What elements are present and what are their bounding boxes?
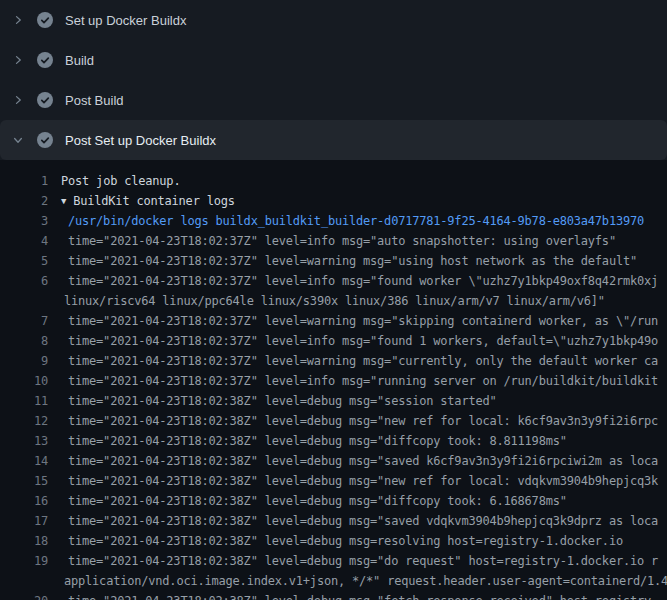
log-line-text: time="2021-04-23T18:02:38Z" level=debug … <box>48 451 667 471</box>
step-row[interactable]: Post Build <box>0 80 667 120</box>
actions-log-viewer: Set up Docker Buildx Build P <box>0 0 667 600</box>
log-area: 1 Post job cleanup. 2 ▼BuildKit containe… <box>0 160 667 600</box>
log-line-number[interactable] <box>0 571 48 591</box>
log-line: 19 time="2021-04-23T18:02:38Z" level=deb… <box>0 551 667 571</box>
log-line-content: application/vnd.oci.image.index.v1+json,… <box>64 574 667 588</box>
log-line-number[interactable]: 20 <box>0 591 48 600</box>
log-line: application/vnd.oci.image.index.v1+json,… <box>0 571 667 591</box>
log-line: 10 time="2021-04-23T18:02:37Z" level=inf… <box>0 371 667 391</box>
step-row[interactable]: Build <box>0 40 667 80</box>
step-row[interactable]: Post Set up Docker Buildx <box>0 120 667 160</box>
log-line-content: time="2021-04-23T18:02:38Z" level=debug … <box>68 554 658 568</box>
log-line-number[interactable]: 8 <box>0 331 48 351</box>
log-line-text: time="2021-04-23T18:02:38Z" level=debug … <box>48 551 667 571</box>
log-line-content: time="2021-04-23T18:02:38Z" level=debug … <box>68 434 567 448</box>
log-line: 16 time="2021-04-23T18:02:38Z" level=deb… <box>0 491 667 511</box>
log-line-content: time="2021-04-23T18:02:37Z" level=info m… <box>68 334 658 348</box>
log-line-text: time="2021-04-23T18:02:37Z" level=info m… <box>48 331 667 351</box>
log-line-content: BuildKit container logs <box>73 194 235 208</box>
log-line: 3 /usr/bin/docker logs buildx_buildkit_b… <box>0 211 667 231</box>
step-row[interactable]: Set up Docker Buildx <box>0 0 667 40</box>
chevron-down-icon[interactable] <box>12 134 24 146</box>
log-line-text: time="2021-04-23T18:02:37Z" level=info m… <box>48 271 667 291</box>
log-line-text: time="2021-04-23T18:02:38Z" level=debug … <box>48 511 667 531</box>
check-circle-icon <box>37 12 53 28</box>
log-line-number[interactable]: 6 <box>0 271 48 291</box>
log-line-content: time="2021-04-23T18:02:38Z" level=debug … <box>68 594 658 600</box>
log-line-number[interactable]: 1 <box>0 171 48 191</box>
log-line: 7 time="2021-04-23T18:02:37Z" level=warn… <box>0 311 667 331</box>
log-line-number[interactable]: 4 <box>0 231 48 251</box>
group-toggle-icon[interactable]: ▼ <box>61 196 66 206</box>
log-line-number[interactable]: 15 <box>0 471 48 491</box>
log-line-text: Post job cleanup. <box>48 171 667 191</box>
step-title: Post Set up Docker Buildx <box>65 133 216 148</box>
log-line-number[interactable]: 12 <box>0 411 48 431</box>
log-line-content: time="2021-04-23T18:02:38Z" level=debug … <box>68 514 658 528</box>
chevron-right-icon[interactable] <box>12 54 24 66</box>
log-line-number[interactable]: 14 <box>0 451 48 471</box>
log-line-text: time="2021-04-23T18:02:38Z" level=debug … <box>48 411 667 431</box>
log-line-text: time="2021-04-23T18:02:37Z" level=info m… <box>48 371 667 391</box>
log-line-text: time="2021-04-23T18:02:37Z" level=warnin… <box>48 351 667 371</box>
log-line-text: /usr/bin/docker logs buildx_buildkit_bui… <box>48 211 667 231</box>
chevron-right-icon[interactable] <box>12 94 24 106</box>
log-line: 17 time="2021-04-23T18:02:38Z" level=deb… <box>0 511 667 531</box>
log-line-content: time="2021-04-23T18:02:38Z" level=debug … <box>68 534 623 548</box>
log-line-text: linux/riscv64 linux/ppc64le linux/s390x … <box>48 291 667 311</box>
log-line-text: time="2021-04-23T18:02:37Z" level=warnin… <box>48 251 667 271</box>
log-line-text: ▼BuildKit container logs <box>48 191 667 211</box>
log-line-number[interactable]: 16 <box>0 491 48 511</box>
log-line: 5 time="2021-04-23T18:02:37Z" level=warn… <box>0 251 667 271</box>
step-title: Post Build <box>65 93 124 108</box>
log-line-text: time="2021-04-23T18:02:38Z" level=debug … <box>48 431 667 451</box>
log-line-text: time="2021-04-23T18:02:38Z" level=debug … <box>48 471 667 491</box>
log-line-content: linux/riscv64 linux/ppc64le linux/s390x … <box>64 294 605 308</box>
log-line: 13 time="2021-04-23T18:02:38Z" level=deb… <box>0 431 667 451</box>
log-line-number[interactable]: 18 <box>0 531 48 551</box>
check-circle-icon <box>37 52 53 68</box>
log-line: 6 time="2021-04-23T18:02:37Z" level=info… <box>0 271 667 291</box>
log-line-content: time="2021-04-23T18:02:38Z" level=debug … <box>68 394 497 408</box>
log-line-text: time="2021-04-23T18:02:37Z" level=warnin… <box>48 311 667 331</box>
check-circle-icon <box>37 132 53 148</box>
log-line: 11 time="2021-04-23T18:02:38Z" level=deb… <box>0 391 667 411</box>
chevron-right-icon[interactable] <box>12 14 24 26</box>
log-line: 4 time="2021-04-23T18:02:37Z" level=info… <box>0 231 667 251</box>
log-line: linux/riscv64 linux/ppc64le linux/s390x … <box>0 291 667 311</box>
log-line-number[interactable]: 7 <box>0 311 48 331</box>
log-line-content: time="2021-04-23T18:02:37Z" level=warnin… <box>68 254 637 268</box>
log-line-number[interactable]: 9 <box>0 351 48 371</box>
log-line-content: time="2021-04-23T18:02:37Z" level=info m… <box>68 374 658 388</box>
log-line-text: time="2021-04-23T18:02:38Z" level=debug … <box>48 391 667 411</box>
log-line: 20 time="2021-04-23T18:02:38Z" level=deb… <box>0 591 667 600</box>
log-line-content: time="2021-04-23T18:02:38Z" level=debug … <box>68 474 658 488</box>
log-line-number[interactable]: 11 <box>0 391 48 411</box>
log-line-text: time="2021-04-23T18:02:38Z" level=debug … <box>48 531 667 551</box>
step-title: Set up Docker Buildx <box>65 13 186 28</box>
log-line: 15 time="2021-04-23T18:02:38Z" level=deb… <box>0 471 667 491</box>
log-line-content: time="2021-04-23T18:02:37Z" level=warnin… <box>68 354 658 368</box>
log-line-number[interactable]: 5 <box>0 251 48 271</box>
log-line-content: time="2021-04-23T18:02:38Z" level=debug … <box>68 454 658 468</box>
step-list: Set up Docker Buildx Build P <box>0 0 667 160</box>
log-line-content: time="2021-04-23T18:02:38Z" level=debug … <box>68 494 567 508</box>
log-line: 18 time="2021-04-23T18:02:38Z" level=deb… <box>0 531 667 551</box>
log-line-number[interactable]: 17 <box>0 511 48 531</box>
log-line-number[interactable]: 3 <box>0 211 48 231</box>
log-line-number[interactable] <box>0 291 48 311</box>
log-line-text: time="2021-04-23T18:02:37Z" level=info m… <box>48 231 667 251</box>
log-line-number[interactable]: 13 <box>0 431 48 451</box>
log-line: 8 time="2021-04-23T18:02:37Z" level=info… <box>0 331 667 351</box>
log-line-content: time="2021-04-23T18:02:37Z" level=info m… <box>68 274 658 288</box>
log-line: 2 ▼BuildKit container logs <box>0 191 667 211</box>
log-line-number[interactable]: 19 <box>0 551 48 571</box>
log-line-number[interactable]: 10 <box>0 371 48 391</box>
check-circle-icon <box>37 92 53 108</box>
log-line: 1 Post job cleanup. <box>0 171 667 191</box>
log-line-content: time="2021-04-23T18:02:37Z" level=warnin… <box>68 314 658 328</box>
log-line-content: Post job cleanup. <box>61 174 180 188</box>
log-line-number[interactable]: 2 <box>0 191 48 211</box>
log-line-content: time="2021-04-23T18:02:38Z" level=debug … <box>68 414 658 428</box>
step-title: Build <box>65 53 94 68</box>
